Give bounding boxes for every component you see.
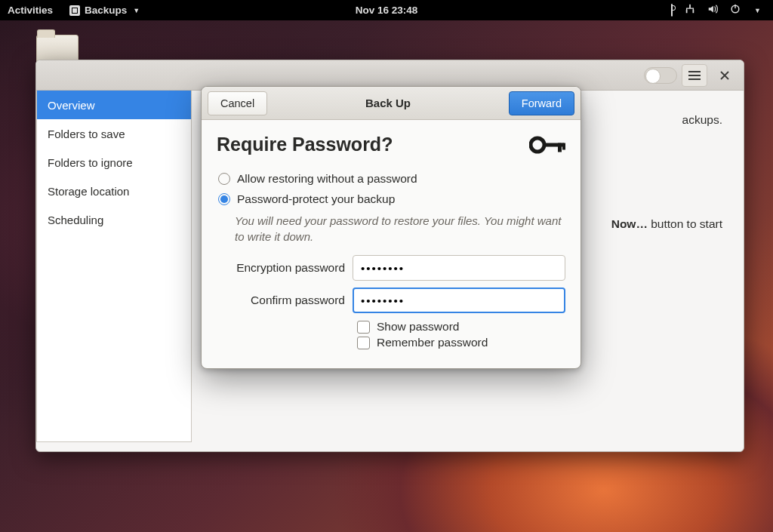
checkbox-label: Remember password <box>377 336 488 349</box>
radio-password-protect[interactable]: Password-protect your backup <box>217 192 565 206</box>
sidebar-item-storage[interactable]: Storage location <box>37 177 191 205</box>
backup-now-hint-button-label: Now… <box>611 217 648 230</box>
svg-rect-7 <box>688 78 701 80</box>
key-icon <box>529 135 565 155</box>
sidebar-item-scheduling[interactable]: Scheduling <box>37 205 191 234</box>
dialog-title: Back Up <box>365 97 411 109</box>
clock[interactable]: Nov 16 23:48 <box>356 5 418 16</box>
app-icon <box>69 5 80 16</box>
svg-rect-2 <box>693 10 694 13</box>
window-close-button[interactable] <box>712 64 738 87</box>
svg-rect-10 <box>558 143 562 152</box>
gnome-top-bar: Activities Backups ▼ Nov 16 23:48 ▼ <box>0 0 773 20</box>
caffeine-icon[interactable] <box>671 5 673 16</box>
show-password-checkbox[interactable]: Show password <box>357 320 565 334</box>
settings-sidebar: Overview Folders to save Folders to igno… <box>36 91 192 442</box>
svg-rect-6 <box>688 75 701 76</box>
remember-password-checkbox[interactable]: Remember password <box>357 336 565 349</box>
checkbox-icon <box>357 337 370 349</box>
auto-backup-toggle[interactable] <box>644 67 677 84</box>
app-menu-label: Backups <box>85 5 127 16</box>
cancel-button[interactable]: Cancel <box>208 91 267 115</box>
radio-icon <box>218 173 230 185</box>
app-menu[interactable]: Backups ▼ <box>69 5 140 16</box>
sidebar-item-folders-ignore[interactable]: Folders to ignore <box>37 148 191 177</box>
sidebar-item-overview[interactable]: Overview <box>37 91 191 119</box>
hamburger-menu-button[interactable] <box>682 64 707 87</box>
sidebar-item-folders-save[interactable]: Folders to save <box>37 119 191 148</box>
close-icon <box>720 71 729 80</box>
password-hint: You will need your password to restore y… <box>235 213 565 244</box>
svg-rect-4 <box>735 5 735 8</box>
volume-icon[interactable] <box>707 4 718 17</box>
radio-icon <box>218 193 230 205</box>
network-icon[interactable] <box>685 4 695 17</box>
dialog-heading: Require Password? <box>217 134 393 155</box>
encryption-password-label: Encryption password <box>217 261 345 275</box>
radio-label: Allow restoring without a password <box>237 172 417 186</box>
svg-point-8 <box>531 138 544 152</box>
chevron-down-icon: ▼ <box>133 7 140 14</box>
dialog-titlebar: Cancel Back Up Forward <box>202 87 581 120</box>
encryption-password-input[interactable] <box>353 255 565 281</box>
checkbox-icon <box>357 321 370 334</box>
backup-password-dialog: Cancel Back Up Forward Require Password?… <box>201 86 581 369</box>
confirm-password-input[interactable] <box>353 288 565 313</box>
radio-label: Password-protect your backup <box>237 192 395 206</box>
checkbox-label: Show password <box>377 320 459 334</box>
radio-allow-no-password[interactable]: Allow restoring without a password <box>217 172 565 186</box>
svg-rect-1 <box>686 10 688 13</box>
svg-rect-5 <box>688 71 701 72</box>
hamburger-icon <box>688 70 701 81</box>
forward-button[interactable]: Forward <box>509 91 574 115</box>
confirm-password-label: Confirm password <box>217 294 345 307</box>
svg-rect-11 <box>562 143 565 149</box>
system-menu-chevron-icon[interactable]: ▼ <box>754 7 761 14</box>
activities-button[interactable]: Activities <box>8 5 53 16</box>
power-icon[interactable] <box>730 4 741 17</box>
